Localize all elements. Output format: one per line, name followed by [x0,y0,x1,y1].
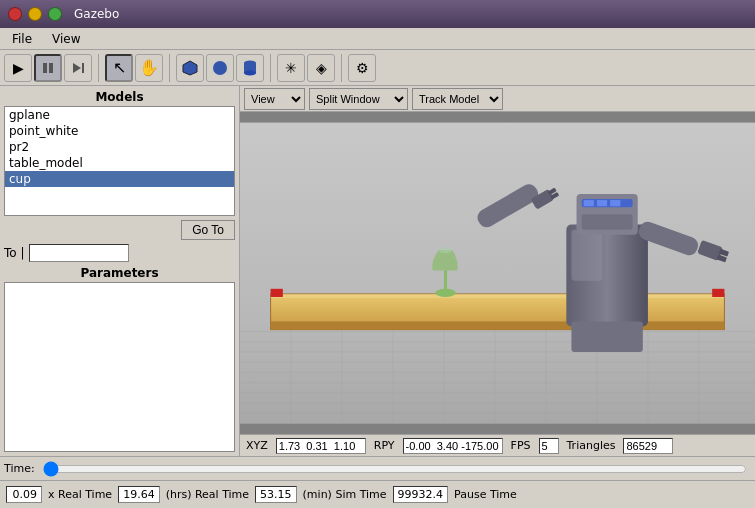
svg-rect-0 [43,63,47,73]
to-input[interactable] [29,244,129,262]
sim-time-value: 53.15 [255,486,297,503]
viewport-toolbar: View Orbit FPS Top Bottom Front Back Lef… [240,86,755,112]
models-label: Models [4,90,235,104]
rpy-label: RPY [374,439,395,452]
infobar: 0.09 x Real Time 19.64 (hrs) Real Time 5… [0,480,755,508]
svg-point-5 [213,61,227,75]
app-title: Gazebo [74,7,119,21]
split-window-select[interactable]: Split Window Single Window [309,88,408,110]
svg-point-36 [438,247,452,253]
params-area [4,282,235,452]
svg-rect-30 [271,294,725,298]
box-button[interactable] [176,54,204,82]
right-panel: View Orbit FPS Top Bottom Front Back Lef… [240,86,755,456]
toolbar: ▶ ↖ ✋ ✳ ◈ ⚙ [0,50,755,86]
sep4 [341,54,342,82]
viewport[interactable] [240,112,755,434]
titlebar: Gazebo [0,0,755,28]
fps-value[interactable] [539,438,559,454]
light-button[interactable]: ✳ [277,54,305,82]
real-time-unit: (hrs) Real Time [166,488,249,501]
svg-rect-33 [712,289,724,297]
model-item-pr2[interactable]: pr2 [5,139,234,155]
view-select[interactable]: View Orbit FPS Top Bottom Front Back Lef… [244,88,305,110]
goto-button[interactable]: Go To [181,220,235,240]
pause-time-value: 99932.4 [393,486,449,503]
svg-rect-38 [571,230,602,281]
tools-button[interactable]: ⚙ [348,54,376,82]
cylinder-button[interactable] [236,54,264,82]
pan-tool-button[interactable]: ✋ [135,54,163,82]
realtime-factor-label: x Real Time [48,488,112,501]
model-item-cup[interactable]: cup [5,171,234,187]
time-label: Time: [4,462,35,475]
svg-point-35 [435,289,455,297]
pause-time-label: Pause Time [454,488,517,501]
svg-point-8 [244,70,256,75]
params-label: Parameters [4,266,235,280]
svg-rect-3 [82,63,84,73]
statusbar: Time: [0,456,755,480]
sphere-button[interactable] [206,54,234,82]
play-button[interactable]: ▶ [4,54,32,82]
sim-time-unit: (min) Sim Time [303,488,387,501]
main-area: Models gplane point_white pr2 table_mode… [0,86,755,456]
triangles-label: Triangles [567,439,616,452]
svg-marker-2 [73,63,81,73]
time-slider[interactable] [43,462,747,476]
svg-rect-42 [597,200,607,206]
to-input-row: To | [4,244,235,262]
select-tool-button[interactable]: ↖ [105,54,133,82]
sep1 [98,54,99,82]
menu-file[interactable]: File [4,30,40,48]
goto-row: Go To [4,220,235,240]
maximize-button[interactable] [48,7,62,21]
rpy-value[interactable] [403,438,503,454]
pause-button[interactable] [34,54,62,82]
triangles-value[interactable] [623,438,673,454]
real-time-hrs-value: 19.64 [118,486,160,503]
svg-rect-1 [49,63,53,73]
track-model-select[interactable]: Track Model Follow Model Free [412,88,503,110]
viewport-status: XYZ RPY FPS Triangles [240,434,755,456]
model-item-pointwhite[interactable]: point_white [5,123,234,139]
model-item-tablemodel[interactable]: table_model [5,155,234,171]
scene-svg [240,112,755,434]
svg-rect-31 [271,321,725,329]
xyz-label: XYZ [246,439,268,452]
realtime-factor-value: 0.09 [6,486,42,503]
svg-rect-41 [584,200,594,206]
camera-button[interactable]: ◈ [307,54,335,82]
step-button[interactable] [64,54,92,82]
minimize-button[interactable] [28,7,42,21]
sep3 [270,54,271,82]
model-item-gplane[interactable]: gplane [5,107,234,123]
svg-rect-53 [571,321,642,352]
fps-label: FPS [511,439,531,452]
svg-rect-32 [271,289,283,297]
left-panel: Models gplane point_white pr2 table_mode… [0,86,240,456]
close-button[interactable] [8,7,22,21]
sep2 [169,54,170,82]
menu-view[interactable]: View [44,30,88,48]
svg-marker-4 [183,61,197,75]
menubar: File View [0,28,755,50]
to-label: To | [4,246,25,260]
svg-rect-43 [610,200,620,206]
xyz-value[interactable] [276,438,366,454]
models-list[interactable]: gplane point_white pr2 table_model cup [4,106,235,216]
svg-rect-44 [582,214,633,229]
